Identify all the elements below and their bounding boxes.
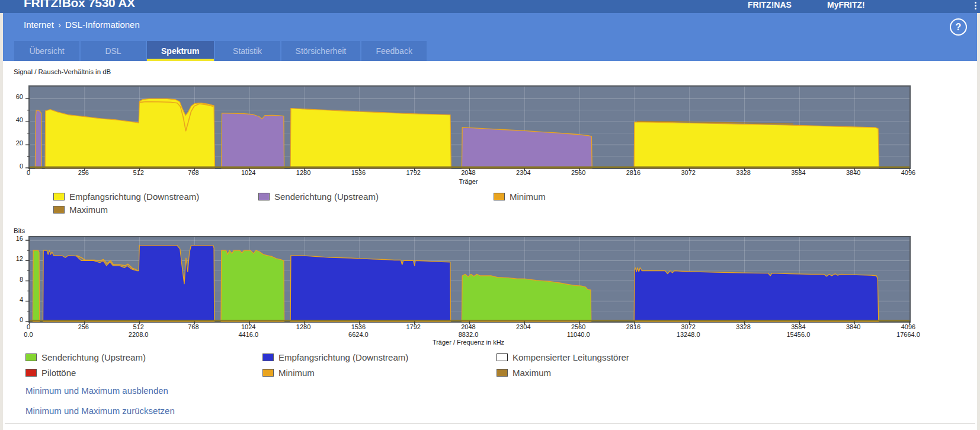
bits-x-tick: 768 bbox=[178, 323, 209, 330]
bits-x-tick: 3840 bbox=[838, 323, 869, 330]
tab-bar: ÜbersichtDSLSpektrumStatistikStörsicherh… bbox=[14, 41, 427, 61]
help-icon[interactable]: ? bbox=[950, 18, 967, 36]
bits-x-tick: 2048 bbox=[453, 323, 484, 330]
legend-item-pilott-ne: Pilottöne bbox=[25, 368, 76, 378]
legend-swatch bbox=[494, 193, 505, 200]
snr-x-tick: 256 bbox=[68, 169, 99, 176]
legend-swatch bbox=[262, 369, 274, 377]
snr-x-tick: 1024 bbox=[233, 169, 264, 176]
snr-x-tick: 2816 bbox=[618, 169, 649, 176]
bits-x-tick: 3072 bbox=[673, 323, 704, 330]
snr-x-tick: 2304 bbox=[508, 169, 539, 176]
main-panel: Internet›DSL-Informationen ? ÜbersichtDS… bbox=[3, 13, 977, 430]
bits-x-axis-label: Träger / Frequenz in kHz bbox=[28, 339, 908, 346]
link-minimum-und-maximum-zur-cksetzen[interactable]: Minimum und Maximum zurücksetzen bbox=[25, 406, 175, 416]
legend-item-senderichtung-upstream-: Senderichtung (Upstream) bbox=[258, 192, 379, 202]
bits-y-tick: 0 bbox=[4, 316, 23, 323]
bits-freq-tick: 8832.0 bbox=[453, 331, 484, 338]
legend-item-senderichtung-upstream-: Senderichtung (Upstream) bbox=[25, 352, 146, 362]
legend-label: Senderichtung (Upstream) bbox=[274, 192, 379, 202]
bits-x-tick: 512 bbox=[123, 323, 154, 330]
bits-x-tick: 3328 bbox=[728, 323, 759, 330]
legend-swatch bbox=[497, 369, 508, 377]
nav-fritznas-link[interactable]: FRITZ!NAS bbox=[748, 0, 792, 9]
tab-st-rsicherheit[interactable]: Störsicherheit bbox=[281, 41, 361, 61]
bits-chart-title: Bits bbox=[14, 227, 25, 234]
bits-plot bbox=[28, 236, 911, 323]
tab-spektrum[interactable]: Spektrum bbox=[147, 41, 214, 61]
legend-label: Minimum bbox=[510, 192, 546, 202]
legend-swatch bbox=[53, 193, 65, 200]
snr-x-axis-label: Träger bbox=[28, 178, 908, 185]
bits-x-tick: 1792 bbox=[398, 323, 429, 330]
legend-swatch bbox=[258, 193, 270, 200]
snr-x-tick: 3584 bbox=[783, 169, 814, 176]
tab--bersicht[interactable]: Übersicht bbox=[14, 41, 79, 61]
bits-x-tick: 4096 bbox=[893, 323, 924, 330]
snr-chart-title: Signal / Rausch-Verhältnis in dB bbox=[14, 68, 111, 75]
app-title: FRITZ!Box 7530 AX bbox=[24, 0, 135, 10]
snr-x-tick: 2048 bbox=[453, 169, 484, 176]
content-area: Signal / Rausch-Verhältnis in dB02565127… bbox=[3, 61, 977, 430]
snr-x-tick: 3072 bbox=[673, 169, 704, 176]
bits-freq-tick: 15456.0 bbox=[783, 331, 814, 338]
snr-x-tick: 3328 bbox=[728, 169, 759, 176]
legend-item-empfangsrichtung-downstream-: Empfangsrichtung (Downstream) bbox=[262, 352, 408, 362]
bits-y-tick: 4 bbox=[4, 296, 23, 303]
legend-swatch bbox=[497, 353, 508, 361]
bits-freq-tick: 0.0 bbox=[13, 331, 44, 338]
bits-x-tick: 256 bbox=[68, 323, 99, 330]
legend-swatch bbox=[53, 206, 65, 214]
legend-label: Empfangsrichtung (Downstream) bbox=[278, 352, 408, 362]
bottom-divider bbox=[5, 423, 975, 424]
legend-item-maximum: Maximum bbox=[53, 205, 108, 215]
bits-x-tick: 0 bbox=[13, 323, 44, 330]
snr-x-tick: 512 bbox=[123, 169, 154, 176]
bits-x-tick: 2560 bbox=[563, 323, 594, 330]
nav-myfritz-link[interactable]: MyFRITZ! bbox=[827, 0, 865, 9]
breadcrumb-page: DSL-Informationen bbox=[65, 20, 140, 30]
legend-label: Maximum bbox=[513, 368, 551, 378]
legend-swatch bbox=[25, 369, 37, 377]
snr-x-tick: 1536 bbox=[343, 169, 374, 176]
snr-x-tick: 0 bbox=[13, 169, 44, 176]
snr-y-tick: 0 bbox=[4, 163, 23, 170]
bits-freq-tick: 11040.0 bbox=[563, 331, 594, 338]
breadcrumb: Internet›DSL-Informationen bbox=[24, 20, 140, 30]
snr-x-tick: 3840 bbox=[838, 169, 869, 176]
legend-item-minimum: Minimum bbox=[494, 192, 546, 202]
legend-swatch bbox=[262, 353, 274, 361]
legend-item-empfangsrichtung-downstream-: Empfangsrichtung (Downstream) bbox=[53, 192, 199, 202]
legend-label: Minimum bbox=[278, 368, 315, 378]
snr-y-tick: 20 bbox=[4, 139, 23, 146]
snr-x-tick: 2560 bbox=[563, 169, 594, 176]
kebab-menu-icon[interactable] bbox=[973, 1, 977, 12]
bits-y-tick: 12 bbox=[4, 255, 23, 262]
breadcrumb-section[interactable]: Internet bbox=[24, 20, 54, 30]
legend-swatch bbox=[25, 353, 37, 361]
legend-item-kompensierter-leitungsst-rer: Kompensierter Leitungsstörer bbox=[497, 352, 629, 362]
bits-freq-tick: 6624.0 bbox=[343, 331, 374, 338]
snr-y-tick: 40 bbox=[4, 116, 23, 123]
breadcrumb-separator: › bbox=[58, 20, 61, 30]
bits-freq-tick: 4416.0 bbox=[233, 331, 264, 338]
tab-dsl[interactable]: DSL bbox=[81, 41, 146, 61]
bits-x-tick: 1536 bbox=[343, 323, 374, 330]
bits-x-tick: 2816 bbox=[618, 323, 649, 330]
bits-y-tick: 8 bbox=[4, 276, 23, 283]
link-minimum-und-maximum-ausblenden[interactable]: Minimum und Maximum ausblenden bbox=[25, 386, 168, 396]
legend-label: Maximum bbox=[69, 205, 108, 215]
legend-label: Empfangsrichtung (Downstream) bbox=[69, 192, 199, 202]
bits-y-tick: 16 bbox=[4, 235, 23, 242]
legend-item-minimum: Minimum bbox=[262, 368, 315, 378]
bits-freq-tick: 13248.0 bbox=[673, 331, 704, 338]
snr-plot bbox=[28, 85, 911, 169]
bits-x-tick: 1024 bbox=[233, 323, 264, 330]
snr-x-tick: 1280 bbox=[288, 169, 319, 176]
snr-x-tick: 1792 bbox=[398, 169, 429, 176]
page-header: Internet›DSL-Informationen ? ÜbersichtDS… bbox=[3, 13, 977, 61]
snr-y-tick: 60 bbox=[4, 93, 23, 100]
tab-feedback[interactable]: Feedback bbox=[361, 41, 427, 61]
tab-statistik[interactable]: Statistik bbox=[215, 41, 280, 61]
snr-x-tick: 4096 bbox=[893, 169, 924, 176]
